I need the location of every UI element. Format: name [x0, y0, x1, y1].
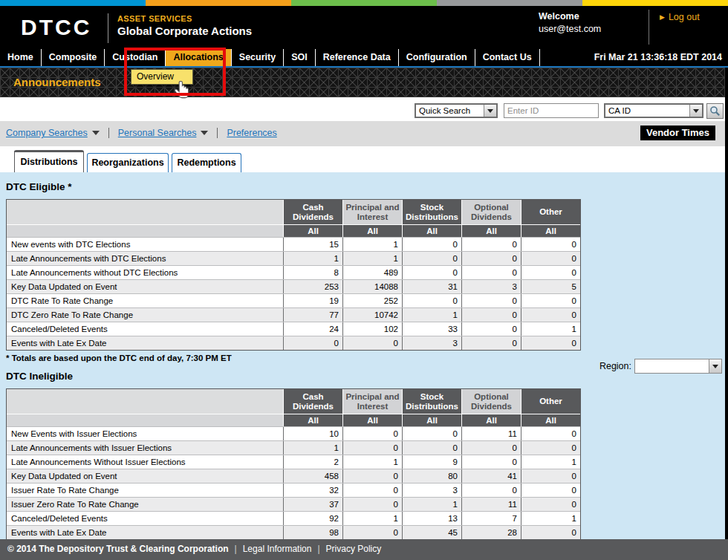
footer-divider: | — [317, 539, 319, 560]
count-link[interactable]: 8 — [283, 266, 342, 279]
count-link[interactable]: 24 — [283, 322, 342, 336]
count-link[interactable]: 28 — [461, 526, 521, 539]
count-link[interactable]: 1 — [342, 455, 402, 469]
row-label: DTC Rate To Rate Change — [7, 294, 283, 307]
count-link[interactable]: 33 — [402, 322, 461, 336]
division-label: ASSET SERVICES — [117, 14, 192, 23]
toolbar-divider — [108, 128, 109, 138]
nav-item-composite[interactable]: Composite — [42, 49, 105, 66]
count-link[interactable]: 253 — [283, 280, 342, 293]
count-link[interactable]: 10 — [283, 427, 342, 440]
chevron-down-icon[interactable] — [92, 131, 100, 135]
count-link[interactable]: 10742 — [342, 308, 402, 322]
toolbar-links: Company SearchesPersonal SearchesPrefere… — [6, 128, 277, 138]
count-link[interactable]: 15 — [283, 238, 342, 251]
link-preferences[interactable]: Preferences — [227, 128, 276, 138]
count-link[interactable]: 19 — [283, 294, 342, 307]
count-link[interactable]: 458 — [283, 469, 342, 483]
count-link[interactable]: 11 — [461, 427, 521, 440]
tab-distributions[interactable]: Distributions — [14, 150, 84, 172]
count-link[interactable]: 92 — [283, 512, 342, 525]
count-value: 0 — [402, 266, 461, 279]
count-link[interactable]: 1 — [521, 455, 580, 469]
count-value: 0 — [283, 336, 342, 350]
header-divider — [108, 13, 108, 43]
table-row: Issuer Zero Rate To Rate Change3701110 — [7, 497, 580, 511]
count-link[interactable]: 31 — [402, 280, 461, 293]
tab-reorganizations[interactable]: Reorganizations — [87, 153, 169, 172]
vendor-times-button[interactable]: Vendor Times — [640, 126, 715, 140]
count-link[interactable]: 1 — [402, 498, 461, 511]
quick-search-dropdown-button[interactable] — [484, 105, 496, 117]
nav-item-configuration[interactable]: Configuration — [399, 49, 475, 66]
id-type-dropdown-button[interactable] — [689, 105, 702, 117]
region-value — [635, 359, 709, 373]
region-dropdown-button[interactable] — [709, 359, 721, 373]
count-link[interactable]: 1 — [342, 238, 402, 251]
table-row: Late Announcements with Issuer Elections… — [7, 440, 580, 455]
count-link[interactable]: 1 — [521, 512, 580, 525]
menu-item-overview[interactable]: Overview — [131, 69, 193, 85]
count-link[interactable]: 1 — [342, 252, 402, 265]
count-link[interactable]: 1 — [521, 322, 580, 336]
section-title-dtc-eligible: DTC Eligible * — [6, 181, 725, 192]
count-link[interactable]: 102 — [342, 322, 402, 336]
count-link[interactable]: 45 — [402, 526, 461, 539]
tab-redemptions[interactable]: Redemptions — [172, 153, 241, 172]
table-subheader-row: AllAllAllAllAll — [7, 414, 580, 426]
count-link[interactable]: 3 — [402, 484, 461, 497]
region-select[interactable] — [634, 359, 722, 374]
footer-link-legal-information[interactable]: Legal Information — [243, 539, 312, 560]
count-link[interactable]: 1 — [402, 308, 461, 322]
nav-item-soi[interactable]: SOI — [284, 49, 316, 66]
link-company-searches[interactable]: Company Searches — [6, 128, 88, 138]
count-link[interactable]: 37 — [283, 498, 342, 511]
count-link[interactable]: 1 — [283, 441, 342, 455]
id-type-select[interactable]: CA ID — [604, 103, 703, 118]
subheader-all-cash-dividends: All — [283, 414, 342, 426]
chevron-down-icon[interactable] — [201, 131, 208, 135]
count-link[interactable]: 41 — [461, 469, 521, 483]
link-personal-searches[interactable]: Personal Searches — [118, 128, 197, 138]
subheader-all-stock-distributions: All — [402, 225, 461, 237]
brand-strip-segment — [146, 0, 291, 6]
count-link[interactable]: 11 — [461, 498, 521, 511]
id-search-input[interactable] — [504, 103, 599, 118]
count-link[interactable]: 13 — [402, 512, 461, 525]
count-link[interactable]: 32 — [283, 484, 342, 497]
nav-item-reference-data[interactable]: Reference Data — [316, 49, 399, 66]
count-value: 0 — [461, 455, 521, 469]
count-link[interactable]: 252 — [342, 294, 402, 307]
footer-link-privacy-policy[interactable]: Privacy Policy — [326, 539, 382, 560]
count-link[interactable]: 2 — [283, 455, 342, 469]
logout-arrow-icon: ▶ — [660, 13, 665, 21]
count-link[interactable]: 7 — [461, 512, 521, 525]
count-value: 0 — [402, 294, 461, 307]
count-link[interactable]: 9 — [402, 455, 461, 469]
quick-search-select[interactable]: Quick Search — [415, 103, 498, 118]
count-link[interactable]: 3 — [461, 280, 521, 293]
row-label: Late Announcements with DTC Elections — [7, 252, 283, 265]
search-button[interactable] — [706, 103, 724, 119]
row-label: Issuer Zero Rate To Rate Change — [7, 498, 283, 511]
count-link[interactable]: 5 — [521, 280, 580, 293]
count-link[interactable]: 80 — [402, 469, 461, 483]
count-link[interactable]: 3 — [402, 336, 461, 350]
count-value: 0 — [521, 266, 580, 279]
count-value: 0 — [402, 252, 461, 265]
nav-item-home[interactable]: Home — [0, 49, 42, 66]
nav-item-custodian[interactable]: Custodian — [105, 49, 166, 66]
count-link[interactable]: 14088 — [342, 280, 402, 293]
nav-item-contact-us[interactable]: Contact Us — [475, 49, 540, 66]
table-subheader-row: AllAllAllAllAll — [7, 224, 580, 237]
count-link[interactable]: 489 — [342, 266, 402, 279]
nav-item-security[interactable]: Security — [232, 49, 284, 66]
count-link[interactable]: 1 — [283, 252, 342, 265]
count-link[interactable]: 1 — [342, 512, 402, 525]
logout-link[interactable]: ▶Log out — [660, 12, 700, 22]
count-link[interactable]: 77 — [283, 308, 342, 322]
nav-item-allocations[interactable]: Allocations — [166, 49, 231, 66]
chevron-down-icon — [487, 109, 493, 113]
column-header-other: Other — [521, 200, 580, 224]
count-link[interactable]: 98 — [283, 526, 342, 539]
